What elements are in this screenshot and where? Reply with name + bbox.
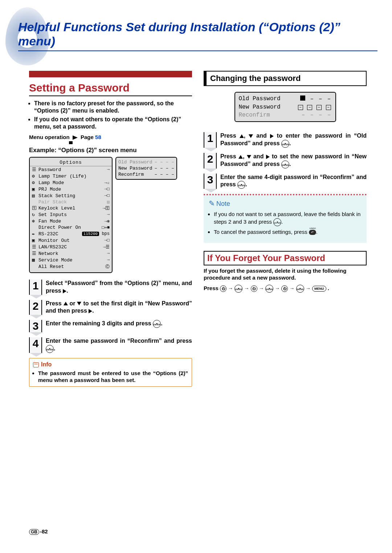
enter-button-icon [273,218,281,226]
password-row: New Password– – – – [239,103,332,111]
osd-row: ✒RS-232C115200 bps [30,231,112,237]
region-badge: GB [29,529,39,535]
example-heading: Example: “Options (2)” screen menu [29,147,192,154]
up-arrow-icon [64,302,68,305]
step-number: 4 [29,337,42,353]
step-text: Enter the same password in “Reconfirm” a… [46,337,192,353]
osd-row: Pair Stack▤ [30,199,112,205]
osd-row: ▦Service Mode→ [30,257,112,263]
step-number: 3 [29,320,42,332]
page-link[interactable]: 58 [95,134,101,140]
enter-button-icon [281,140,289,148]
step: 1Select “Password” from the “Options (2)… [29,280,192,295]
step-number: 2 [29,300,42,315]
right-arrow-icon [63,289,66,293]
info-text: The password must be entered to use the … [38,370,188,384]
osd-row: ↻Set Inputs→ [30,211,112,218]
intro-bullets: There is no factory preset for the passw… [29,100,192,130]
info-box: Info The password must be entered to use… [29,358,192,387]
osd-row: ⚙Lamp Mode→☆ [30,179,112,186]
standby-button-icon: ⏻ [281,285,288,292]
password-row: Reconfirm– – – – [239,111,332,119]
note-heading: ✎Note [209,199,362,208]
standby-button-icon: ⏻ [220,285,226,292]
step: 2Press , and to set the new password in … [204,153,367,168]
enter-button-icon [281,160,289,168]
enter-button-icon [234,285,242,293]
osd-password-popup: Old Password– – – –New Password– – – –Re… [115,157,177,180]
password-panel: Old Password – – –New Password– – – –Rec… [234,92,336,122]
osd-row: ☰LAN/RS232C→☰ [30,244,112,250]
menu-button-icon: MENU [312,286,326,292]
left-column: Setting a Password There is no factory p… [29,71,192,387]
osd-row: Direct Power On□⇔■ [30,224,112,231]
step: 4Enter the same password in “Reconfirm” … [29,337,192,353]
arrow-right-icon [73,135,78,140]
forget-text: If you forget the password, delete it us… [204,268,367,281]
osd-row: ⚙Lamp Timer (Life) [30,173,112,179]
osd-row: ▣Monitor Out→□ [30,237,112,244]
step-text: Press or to set the first digit in “New … [46,300,192,315]
osd-row: ☰Password→ [30,166,112,173]
section-heading-setting-password: Setting a Password [29,82,192,96]
osd-row: ▤Stack Setting→□ [30,192,112,199]
note-item: If you do not want to set a password, le… [214,211,362,226]
page-footer: GB-82 [29,528,48,535]
undo-button-icon: ↶ [309,230,316,235]
section-heading-changing-password: Changing the password [204,71,367,86]
standby-button-icon: ⏻ [251,285,257,292]
menu-operation-ref: Menu operation Page 58 [29,134,192,140]
down-arrow-icon [77,302,81,305]
step-text: Press , and to set the new password in “… [220,153,367,168]
osd-pw-row: New Password– – – – [118,165,174,171]
step-text: Enter the same 4-digit password in “Reco… [220,174,367,189]
button-sequence: Press ⏻ → → ⏻ → → ⏻ → → MENU . [204,285,367,293]
right-column: Changing the password Old Password – – –… [204,71,367,387]
page-title: Helpful Functions Set during Installatio… [18,20,377,48]
info-heading: Info [33,361,188,368]
osd-options-menu: Options ☰Password→⚙Lamp Timer (Life)⚙Lam… [29,157,113,273]
osd-pw-row: Reconfirm– – – – [118,171,174,178]
step-number: 2 [204,153,217,168]
enter-button-icon [46,345,54,353]
up-arrow-icon [240,134,244,138]
step-text: Enter the remaining 3 digits and press . [46,320,163,332]
step-text: Press , and to enter the password in “Ol… [220,132,367,148]
enter-button-icon [153,320,161,328]
note-item: To cancel the password settings, press ↶… [214,228,362,236]
step-text: Select “Password” from the “Options (2)”… [46,280,192,295]
osd-row: ⚿Keylock Level→⚿ [30,205,112,211]
step: 2Press or to set the first digit in “New… [29,300,192,315]
step-number: 1 [29,280,42,295]
down-arrow-icon [249,134,253,138]
right-arrow-icon [266,155,270,159]
down-arrow-icon [247,155,251,159]
osd-screenshot: Options ☰Password→⚙Lamp Timer (Life)⚙Lam… [29,157,192,273]
step: 3Enter the same 4-digit password in “Rec… [204,174,367,189]
osd-title: Options [30,159,112,166]
book-icon [33,362,39,367]
page-title-wrap: Helpful Functions Set during Installatio… [18,20,377,51]
note-icon: ✎ [209,199,215,207]
step-number: 1 [204,132,217,148]
enter-button-icon [237,181,245,189]
step-number: 3 [204,174,217,189]
enter-button-icon [296,285,304,293]
section-heading-forget-password: If You Forget Your Password [204,251,367,265]
up-arrow-icon [238,155,243,159]
intro-bullet: There is no factory preset for the passw… [34,100,192,114]
osd-row: All ResetⒸ [30,263,112,270]
intro-bullet: If you do not want others to operate the… [34,116,192,130]
step: 3Enter the remaining 3 digits and press … [29,320,192,332]
osd-row: ✻Fan Mode→✻ [30,218,112,224]
osd-pw-row: Old Password– – – – [118,159,174,165]
password-row: Old Password – – – [239,95,332,103]
enter-button-icon [265,285,273,293]
osd-row: ▣PRJ Mode→□ [30,186,112,192]
note-box: ✎Note If you do not want to set a passwo… [204,194,367,243]
right-arrow-icon [270,134,274,138]
red-accent-bar [29,71,192,77]
right-arrow-icon [89,309,92,313]
step: 1Press , and to enter the password in “O… [204,132,367,148]
osd-row: ☰Network→ [30,250,112,257]
